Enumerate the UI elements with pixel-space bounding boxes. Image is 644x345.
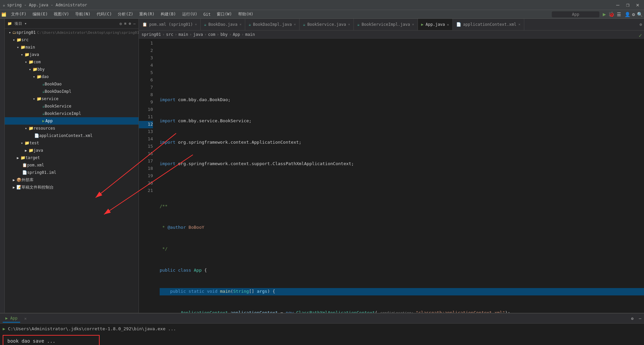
tab-close-icon[interactable]: ✕ bbox=[294, 22, 296, 26]
menu-run[interactable]: 运行(U) bbox=[179, 11, 200, 18]
code-content[interactable]: import com.bby.dao.BookDao; import com.b… bbox=[156, 39, 644, 313]
tab-bookserviceimpl[interactable]: ☕ BookServiceImpl.java ✕ bbox=[354, 19, 418, 30]
tree-item-resources[interactable]: ▾ 📁 resources bbox=[5, 125, 139, 132]
tab-bookservice[interactable]: ☕ BookService.java ✕ bbox=[300, 19, 354, 30]
tree-item-dao[interactable]: ▾ 📁 dao bbox=[5, 73, 139, 80]
menu-refactor[interactable]: 重构(R) bbox=[137, 11, 157, 18]
expand-icon: ▾ bbox=[9, 30, 11, 35]
sidebar-title: 项目 bbox=[14, 21, 22, 26]
tree-item-test[interactable]: ▾ 📁 test bbox=[5, 139, 139, 147]
line-numbers: 12345 678910 11 12 1314151617 18192021 bbox=[139, 39, 156, 313]
run-icon: ▶ bbox=[3, 326, 5, 331]
tree-label: BookServiceImpl bbox=[45, 111, 81, 116]
tree-item-service[interactable]: ▾ 📁 service bbox=[5, 95, 139, 102]
breadcrumb: spring01 › src › main › java › com › bby… bbox=[139, 30, 644, 39]
close-btn[interactable]: ✕ bbox=[634, 1, 641, 9]
tree-label: src bbox=[21, 38, 29, 42]
tab-close-icon[interactable]: ✕ bbox=[348, 22, 350, 26]
menu-window[interactable]: 窗口(W) bbox=[214, 11, 235, 18]
tab-close-icon[interactable]: ✕ bbox=[412, 22, 414, 26]
tree-item-app[interactable]: ▶ App bbox=[5, 117, 139, 125]
coverage-button[interactable]: ☰ bbox=[617, 12, 621, 17]
tree-label: BookDao bbox=[45, 82, 62, 86]
menubar: 🗂️ 文件(F) 编辑(E) 视图(V) 导航(N) 代码(C) 分析(Z) 重… bbox=[0, 10, 644, 19]
tree-item-external-libs[interactable]: ▶ 📦 外部库 bbox=[5, 176, 139, 184]
code-line-11: public class App { bbox=[160, 267, 644, 274]
settings-icon[interactable]: ⚙ bbox=[632, 12, 635, 17]
menu-file[interactable]: 文件(F) bbox=[8, 11, 29, 18]
run-settings-icon[interactable]: ⚙ bbox=[631, 316, 634, 321]
sidebar-settings-icon[interactable]: ⚙ bbox=[129, 21, 131, 26]
bc-spring01: spring01 bbox=[142, 32, 161, 37]
run-tab[interactable]: ▶ App bbox=[3, 315, 20, 323]
search-everywhere-icon[interactable]: 🔍 bbox=[637, 12, 643, 17]
tree-item-appcontext-xml[interactable]: 📄 applicationContext.xml bbox=[5, 132, 139, 139]
tree-item-bby[interactable]: ▾ 📁 bby bbox=[5, 66, 139, 73]
menu-build[interactable]: 构建(B) bbox=[158, 11, 179, 18]
maximize-btn[interactable]: ❐ bbox=[624, 1, 632, 9]
tab-settings-icon[interactable]: ⚙ bbox=[638, 19, 644, 30]
tab-label: App.java bbox=[426, 22, 445, 27]
tab-bookdaoimpl[interactable]: ☕ BookDaoImpl.java ✕ bbox=[245, 19, 300, 30]
tree-item-bookservice[interactable]: ☕ BookService bbox=[5, 102, 139, 110]
file-icon: 📄 bbox=[456, 22, 461, 27]
tree-label: applicationContext.xml bbox=[39, 133, 93, 138]
menu-git[interactable]: Git bbox=[201, 11, 213, 17]
menu-navigate[interactable]: 导航(N) bbox=[72, 11, 93, 18]
toolbar-search-area[interactable]: App bbox=[552, 11, 599, 17]
profile-button[interactable]: 👤 bbox=[625, 12, 630, 17]
bc-main: main bbox=[178, 32, 188, 37]
debug-button[interactable]: 🐞 bbox=[608, 11, 615, 17]
tab-close-icon[interactable]: ✕ bbox=[195, 22, 197, 26]
run-minimize-icon[interactable]: — bbox=[639, 316, 641, 321]
tab-bookdao[interactable]: ☕ BookDao.java ✕ bbox=[201, 19, 245, 30]
tab-pomxml[interactable]: 📋 pom.xml (spring01) ✕ bbox=[139, 19, 201, 30]
run-output[interactable]: ▶ C:\Users\Administrator\.jdks\corrette-… bbox=[0, 324, 644, 345]
tree-label: resources bbox=[34, 126, 55, 131]
tab-close-icon[interactable]: ✕ bbox=[239, 22, 241, 26]
tree-label: java bbox=[30, 52, 39, 57]
bc-app: App bbox=[233, 32, 240, 37]
menu-view[interactable]: 视图(V) bbox=[51, 11, 72, 18]
file-icon: 📋 bbox=[142, 22, 147, 27]
code-editor[interactable]: 12345 678910 11 12 1314151617 18192021 i… bbox=[139, 39, 644, 313]
tree-item-com[interactable]: ▾ 📁 com bbox=[5, 58, 139, 66]
tree-label: 草稿文件和控制台 bbox=[21, 185, 54, 190]
tree-item-bookdaoimpl[interactable]: ☕ BookDaoImpl bbox=[5, 88, 139, 95]
menu-analyze[interactable]: 分析(Z) bbox=[115, 11, 136, 18]
tree-label: BookService bbox=[45, 104, 71, 109]
tree-item-main[interactable]: ▾ 📁 main bbox=[5, 44, 139, 51]
tab-appjava[interactable]: ▶ App.java ✕ bbox=[418, 19, 453, 30]
file-icon: ☕ bbox=[204, 22, 206, 27]
tab-close-icon[interactable]: ✕ bbox=[519, 22, 521, 26]
tab-close-icon[interactable]: ✕ bbox=[447, 23, 449, 26]
tree-item-target[interactable]: ▶ 📁 target bbox=[5, 154, 139, 161]
tree-item-scratches[interactable]: ▶ 📝 草稿文件和控制台 bbox=[5, 184, 139, 191]
bc-java: java bbox=[193, 32, 203, 37]
tree-label: spring01 bbox=[16, 30, 36, 35]
titlebar: ☕ spring - App.java - Administrator — ❐ … bbox=[0, 0, 644, 10]
minimize-btn[interactable]: — bbox=[614, 1, 622, 9]
tree-item-src[interactable]: ▾ 📁 src bbox=[5, 36, 139, 44]
menu-code[interactable]: 代码(C) bbox=[94, 11, 115, 18]
sidebar-scope-icon[interactable]: ◎ bbox=[120, 21, 122, 26]
tree-item-pomxml[interactable]: 📋 pom.xml bbox=[5, 161, 139, 169]
sidebar-minimize-icon[interactable]: — bbox=[133, 21, 136, 26]
tree-item-test-java[interactable]: ▶ 📁 java bbox=[5, 147, 139, 154]
run-line-path: ▶ C:\Users\Administrator\.jdks\corrette-… bbox=[3, 326, 641, 332]
project-tree: ▾ 🗂 spring01 C:\Users\Administrator\Desk… bbox=[5, 29, 139, 191]
menu-help[interactable]: 帮助(H) bbox=[235, 11, 256, 18]
tree-item-java[interactable]: ▾ 📁 java bbox=[5, 51, 139, 58]
code-line-3: import com.bby.dao.BookDao; bbox=[160, 96, 644, 104]
menu-edit[interactable]: 编辑(E) bbox=[30, 11, 51, 18]
run-button[interactable]: ▶ bbox=[603, 11, 606, 17]
sidebar-dropdown-icon[interactable]: ▾ bbox=[24, 21, 27, 26]
tree-item-spring01[interactable]: ▾ 🗂 spring01 C:\Users\Administrator\Desk… bbox=[5, 29, 139, 36]
sidebar-collapse-icon[interactable]: ≡ bbox=[124, 21, 127, 26]
tree-item-bookserviceimpl[interactable]: ☕ BookServiceImpl bbox=[5, 110, 139, 117]
tree-item-iml[interactable]: 📄 spring01.iml bbox=[5, 169, 139, 176]
file-icon: ▶ bbox=[421, 22, 424, 27]
tab-applicationcontextxml[interactable]: 📄 applicationContext.xml ✕ bbox=[453, 19, 524, 30]
tree-item-bookdao[interactable]: ☕ BookDao bbox=[5, 80, 139, 88]
java-icon: ☕ bbox=[42, 82, 45, 86]
